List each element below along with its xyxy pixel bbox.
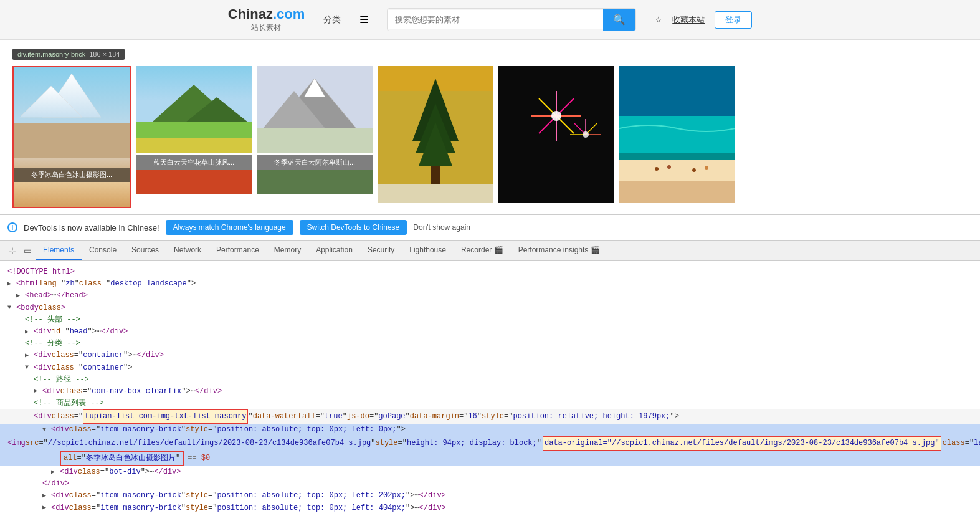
image-caption-3: 冬季蓝天白云阿尔卑斯山...	[257, 155, 373, 170]
expand-brick-404[interactable]: ▶	[42, 503, 51, 513]
svg-point-42	[655, 167, 659, 171]
container2-class-attr: class	[52, 362, 74, 374]
image-item-3[interactable]: 冬季蓝天白云阿尔卑斯山...	[257, 66, 373, 208]
fireworks-svg	[498, 66, 614, 203]
code-line-comment-path[interactable]: <!-- 路径 -->	[0, 374, 980, 386]
tab-lighthouse[interactable]: Lighthouse	[402, 241, 454, 260]
expand-item-brick[interactable]: ▼	[42, 425, 51, 435]
code-line-item-brick[interactable]: ▼ <div class="item masonry-brick" style=…	[0, 424, 980, 436]
code-line-head[interactable]: ▶ <head>⋯</head>	[0, 290, 980, 302]
site-logo: Chinaz.com 站长素材	[228, 6, 305, 33]
devtools-device-icon[interactable]: ▭	[20, 241, 36, 260]
svg-rect-19	[431, 166, 440, 184]
code-line-tupian-list[interactable]: <div class=" tupian-list com-img-txt-lis…	[0, 409, 980, 424]
code-line-html[interactable]: ▶ <html lang="zh" class="desktop landsca…	[0, 278, 980, 290]
expand-head[interactable]: ▶	[16, 291, 25, 301]
image-item-4[interactable]	[378, 66, 493, 208]
code-line-comment-list[interactable]: <!-- 商品列表 -->	[0, 398, 980, 409]
tab-security[interactable]: Security	[360, 241, 402, 260]
expand-bot-div[interactable]: ▶	[51, 467, 60, 477]
logo-text: Chinaz.com	[228, 6, 305, 22]
tab-performance-insights[interactable]: Performance insights 🎬	[511, 241, 607, 260]
highlighted-image[interactable]: 冬季冰岛白色冰山摄影图...	[12, 66, 131, 208]
devtools-cursor-icon[interactable]: ⊹	[5, 241, 20, 260]
comment-cat: <!-- 分类 -->	[25, 338, 80, 350]
head-tag: <head>	[25, 290, 52, 302]
code-line-alt[interactable]: alt="冬季冰岛白色冰山摄影图片" == $0	[0, 451, 980, 466]
bookmark-link[interactable]: 收藏本站	[672, 14, 705, 26]
svg-point-30	[551, 111, 561, 121]
code-line-nav-box[interactable]: ▶ <div class="com-nav-box clearfix"> ⋯ <…	[0, 386, 980, 398]
dom-equals: == $0	[188, 452, 210, 464]
aerial-beach-svg	[619, 66, 735, 203]
html-class-value: desktop landscape	[110, 278, 186, 290]
tab-performance[interactable]: Performance	[209, 241, 267, 260]
code-line-comment-head[interactable]: <!-- 头部 -->	[0, 314, 980, 326]
code-line-comment-cat[interactable]: <!-- 分类 -->	[0, 338, 980, 350]
expand-nav-box[interactable]: ▶	[34, 386, 42, 396]
nav-box-class-attr: class	[60, 386, 83, 398]
tupian-class-val: tupian-list com-img-txt-list masonry	[83, 409, 248, 424]
code-line-brick-202[interactable]: ▶ <div class="item masonry-brick" style=…	[0, 490, 980, 502]
image-caption-1: 冬季冰岛白色冰山摄影图...	[14, 168, 130, 182]
image-tooltip: div.item.masonry-brick 186 × 184	[12, 49, 125, 60]
devtools-tabs: ⊹ ▭ Elements Console Sources Network Per…	[0, 241, 980, 261]
info-icon: i	[7, 222, 17, 232]
tooltip-dims: 186 × 184	[89, 50, 120, 58]
image-item-5[interactable]	[498, 66, 614, 208]
container1-tag: <div	[34, 350, 52, 361]
code-line-img[interactable]: <img src="//scpic1.chinaz.net/files/defa…	[0, 436, 980, 451]
expand-brick-202[interactable]: ▶	[42, 491, 51, 501]
container2-class-val: container	[83, 362, 123, 374]
search-button[interactable]: 🔍	[603, 9, 635, 31]
expand-container2[interactable]: ▼	[25, 363, 34, 373]
code-line-brick-404[interactable]: ▶ <div class="item masonry-brick" style=…	[0, 502, 980, 514]
tab-console[interactable]: Console	[82, 241, 124, 260]
expand-html[interactable]: ▶	[7, 279, 16, 289]
bookmark-icon: ☆	[655, 15, 662, 24]
code-line-doctype[interactable]: <!DOCTYPE html>	[0, 266, 980, 278]
btn-always-match[interactable]: Always match Chrome's language	[166, 220, 293, 235]
image-item-2[interactable]: 蓝天白云天空花草山脉风...	[136, 66, 252, 208]
btn-switch-language[interactable]: Switch DevTools to Chinese	[300, 220, 407, 235]
code-line-container2[interactable]: ▼ <div class="container">	[0, 362, 980, 374]
code-line-bot-div[interactable]: ▶ <div class="bot-div"> ⋯ </div>	[0, 466, 980, 478]
code-line-div-head[interactable]: ▶ <div id="head"> ⋯ </div>	[0, 326, 980, 338]
svg-rect-3	[14, 123, 130, 158]
dont-show-link[interactable]: Don't show again	[413, 223, 470, 232]
expand-container1[interactable]: ▶	[25, 351, 34, 361]
images-grid: div.item.masonry-brick 186 × 184	[0, 40, 980, 214]
devtools-notification: i DevTools is now available in Chinese! …	[0, 214, 980, 241]
div-id-value: head	[70, 326, 88, 338]
image-item-6[interactable]	[619, 66, 735, 208]
tab-network[interactable]: Network	[166, 241, 209, 260]
search-input[interactable]	[388, 10, 603, 29]
tab-elements[interactable]: Elements	[36, 241, 82, 260]
bot-div-tag: <div	[60, 466, 78, 478]
doctype-tag: <!DOCTYPE html>	[7, 266, 75, 278]
login-button[interactable]: 登录	[715, 11, 752, 29]
website-header: Chinaz.com 站长素材 分类 ☰ 🔍 ☆ 收藏本站 登录	[0, 0, 980, 40]
logo-sub: 站长素材	[251, 22, 281, 33]
nav-menu-icon[interactable]: ☰	[359, 14, 368, 26]
expand-body[interactable]: ▼	[7, 303, 16, 313]
tab-recorder[interactable]: Recorder 🎬	[454, 241, 511, 260]
image-caption-2: 蓝天白云天空花草山脉风...	[136, 155, 252, 170]
code-line-body[interactable]: ▼ <body class>	[0, 302, 980, 314]
tab-memory[interactable]: Memory	[267, 241, 308, 260]
search-bar: 🔍	[387, 8, 636, 31]
grey-mountain-svg	[257, 66, 373, 153]
image-item-1[interactable]: div.item.masonry-brick 186 × 184	[12, 66, 131, 208]
nav-categories[interactable]: 分类	[323, 14, 341, 26]
code-line-container1[interactable]: ▶ <div class="container"> ⋯ </div>	[0, 350, 980, 361]
code-line-close-div[interactable]: </div>	[0, 478, 980, 490]
header-right: ☆ 收藏本站 登录	[655, 11, 752, 29]
tab-application[interactable]: Application	[308, 241, 360, 260]
green-mountain-svg	[136, 66, 252, 153]
expand-div-head[interactable]: ▶	[25, 327, 34, 337]
comment-path: <!-- 路径 -->	[34, 374, 89, 386]
tab-sources[interactable]: Sources	[124, 241, 166, 260]
data-original-highlight: data-original="//scpic1.chinaz.net/files…	[543, 436, 941, 451]
tupian-list-open: <div	[34, 411, 52, 423]
svg-rect-39	[619, 116, 735, 153]
